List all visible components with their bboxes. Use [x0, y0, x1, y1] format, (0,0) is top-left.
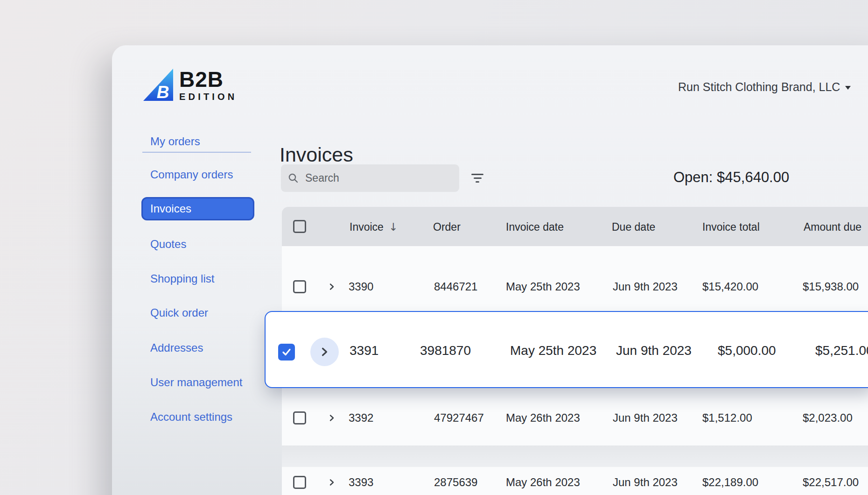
column-header-amount-due[interactable]: Amount due: [804, 220, 861, 233]
caret-down-icon: [845, 86, 851, 90]
sidebar-item-shopping-list[interactable]: Shopping list: [150, 272, 214, 286]
sidebar-item-invoices-active[interactable]: Invoices: [141, 197, 254, 220]
cell-invoice-date: May 25th 2023: [510, 343, 596, 359]
cell-due-date: Jun 9th 2023: [613, 411, 678, 425]
logo-text-sub: EDITION: [179, 92, 238, 102]
expand-chevron-icon[interactable]: [328, 414, 336, 422]
select-all-checkbox[interactable]: [293, 220, 306, 233]
sort-arrow-icon: ↓: [389, 220, 398, 233]
table-row-invoice-3390[interactable]: 3390 8446721 May 25th 2023 Jun 9th 2023 …: [282, 246, 868, 311]
search-icon: [288, 173, 299, 184]
cell-invoice: 3393: [349, 475, 373, 489]
cell-amount-due: $2,023.00: [803, 411, 853, 425]
expand-chevron-icon[interactable]: [328, 283, 336, 290]
company-selector-label: Run Stitch Clothing Brand, LLC: [678, 80, 840, 94]
row-checkbox[interactable]: [293, 280, 306, 293]
column-header-invoice-total[interactable]: Invoice total: [702, 220, 760, 233]
cell-amount-due: $5,251.00: [815, 343, 868, 359]
expand-row-button[interactable]: [310, 338, 339, 366]
sidebar-item-my-orders[interactable]: My orders: [150, 134, 200, 148]
expand-chevron-icon[interactable]: [328, 479, 336, 486]
column-header-order[interactable]: Order: [433, 220, 461, 233]
table-row-invoice-3392[interactable]: 3392 47927467 May 26th 2023 Jun 9th 2023…: [282, 388, 868, 446]
cell-due-date: Jun 9th 2023: [613, 280, 678, 294]
sidebar-item-quick-order[interactable]: Quick order: [150, 306, 208, 320]
page-title: Invoices: [280, 144, 353, 165]
invoices-table-header: Invoice ↓ Order Invoice date Due date In…: [282, 207, 868, 246]
search-input[interactable]: [304, 171, 452, 185]
rows-gap-band: [282, 446, 868, 467]
cell-invoice-total: $1,512.00: [702, 411, 752, 425]
cell-order: 8446721: [434, 280, 477, 294]
cell-invoice-date: May 26th 2023: [506, 411, 580, 425]
cell-due-date: Jun 9th 2023: [613, 475, 678, 489]
open-amount-summary: Open: $45,640.00: [673, 169, 789, 186]
sidebar-item-user-management[interactable]: User management: [150, 375, 242, 389]
cell-invoice-total: $15,420.00: [702, 280, 758, 294]
cell-invoice-date: May 26th 2023: [506, 475, 580, 489]
cell-order: 47927467: [434, 411, 484, 425]
expand-chevron-icon: [320, 347, 329, 357]
cell-amount-due: $15,938.00: [803, 280, 859, 294]
row-checkbox[interactable]: [293, 411, 306, 424]
sidebar-item-quotes[interactable]: Quotes: [150, 237, 186, 251]
cell-invoice-total: $22,189.00: [702, 475, 758, 489]
cell-invoice: 3391: [350, 343, 378, 359]
cell-amount-due: $22,517.00: [803, 475, 859, 489]
sidebar-item-invoices-label: Invoices: [150, 202, 191, 215]
table-row-invoice-3393[interactable]: 3393 2875639 May 26th 2023 Jun 9th 2023 …: [282, 467, 868, 495]
sidebar-item-addresses[interactable]: Addresses: [150, 341, 203, 355]
column-header-due-date[interactable]: Due date: [612, 220, 655, 233]
cell-invoice-total: $5,000.00: [718, 343, 776, 359]
cell-invoice: 3392: [349, 411, 373, 425]
invoice-search: [281, 164, 459, 192]
row-checkbox[interactable]: [293, 476, 306, 489]
filter-icon: [471, 174, 483, 175]
filter-button[interactable]: [469, 170, 485, 185]
logo-text-main: B2B: [179, 69, 238, 90]
column-header-invoice[interactable]: Invoice ↓: [350, 220, 398, 233]
row-checkbox-checked[interactable]: [278, 344, 295, 361]
column-header-invoice-date[interactable]: Invoice date: [506, 220, 564, 233]
checkmark-icon: [281, 347, 292, 357]
company-selector[interactable]: Run Stitch Clothing Brand, LLC: [678, 80, 851, 94]
cell-invoice-date: May 25th 2023: [506, 280, 580, 294]
sidebar-item-account-settings[interactable]: Account settings: [150, 410, 232, 424]
b2b-logo-mark-icon: B: [143, 69, 173, 101]
svg-text:B: B: [157, 83, 169, 101]
cell-order: 2875639: [434, 475, 477, 489]
cell-invoice: 3390: [349, 280, 373, 294]
sidebar-divider: [142, 152, 251, 153]
cell-due-date: Jun 9th 2023: [616, 343, 692, 359]
brand-logo[interactable]: B B2B EDITION: [143, 69, 238, 102]
cell-order: 3981870: [420, 343, 471, 359]
table-row-invoice-3391-selected[interactable]: 3391 3981870 May 25th 2023 Jun 9th 2023 …: [265, 311, 868, 388]
sidebar-item-company-orders[interactable]: Company orders: [150, 168, 233, 182]
